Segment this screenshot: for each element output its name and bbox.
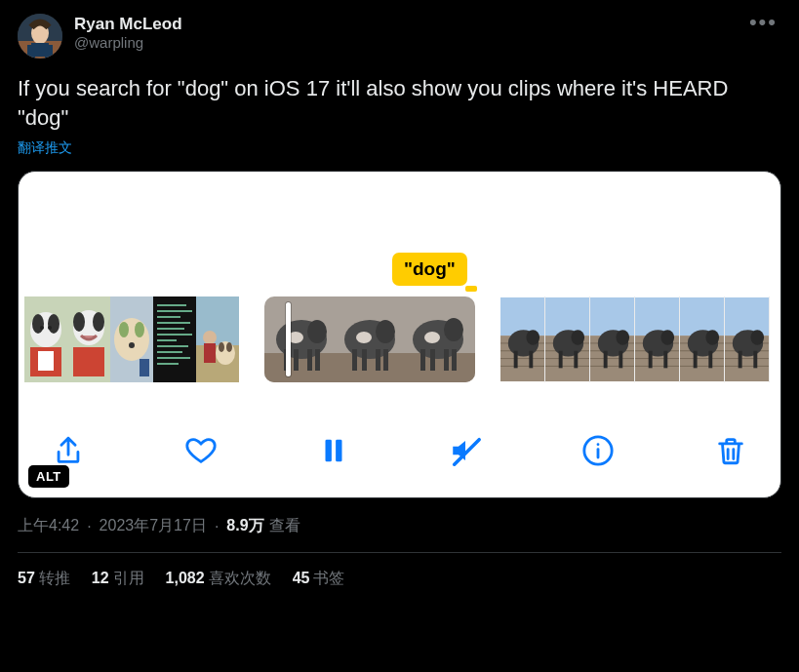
- caption-tooltip: "dog": [392, 253, 467, 286]
- translate-link[interactable]: 翻译推文: [18, 139, 781, 157]
- svg-rect-34: [157, 351, 182, 353]
- playhead-marker: [465, 286, 477, 292]
- clip-group-active[interactable]: [264, 296, 475, 382]
- meta-separator: [84, 518, 94, 535]
- svg-rect-129: [739, 351, 742, 369]
- video-timeline[interactable]: [19, 296, 780, 382]
- svg-rect-24: [140, 359, 149, 376]
- svg-rect-32: [157, 339, 177, 341]
- retweets-label: 转推: [39, 570, 70, 586]
- svg-rect-33: [157, 345, 188, 347]
- bookmarks-stat[interactable]: 45书签: [293, 569, 345, 589]
- svg-point-39: [203, 331, 217, 344]
- info-icon[interactable]: [581, 434, 615, 467]
- svg-rect-51: [315, 349, 320, 371]
- svg-rect-71: [500, 297, 544, 336]
- clip-thumbnail[interactable]: [196, 296, 239, 382]
- more-options-icon[interactable]: •••: [749, 10, 778, 35]
- clip-thumbnail[interactable]: [335, 296, 405, 382]
- tweet-stats: 57转推 12引用 1,082喜欢次数 45书签: [18, 553, 781, 589]
- svg-rect-26: [157, 304, 186, 306]
- svg-rect-100: [619, 351, 622, 369]
- clip-thumbnail[interactable]: [680, 296, 725, 382]
- quotes-stat[interactable]: 12引用: [92, 569, 144, 589]
- clip-group[interactable]: [500, 296, 770, 382]
- svg-rect-68: [444, 349, 449, 371]
- svg-rect-31: [157, 334, 192, 336]
- svg-point-98: [616, 331, 629, 346]
- svg-rect-110: [663, 351, 667, 369]
- clip-thumbnail[interactable]: [545, 296, 590, 382]
- svg-rect-29: [157, 322, 190, 324]
- alt-badge[interactable]: ALT: [28, 465, 69, 488]
- views-label: 查看: [269, 516, 300, 536]
- tweet-text: If you search for "dog" on iOS 17 it'll …: [18, 74, 781, 132]
- clip-thumbnail[interactable]: [405, 296, 475, 382]
- svg-point-10: [40, 326, 44, 330]
- clip-thumbnail[interactable]: [24, 296, 67, 382]
- svg-rect-80: [529, 351, 533, 369]
- bookmarks-label: 书签: [313, 570, 344, 586]
- clip-group[interactable]: [24, 296, 239, 382]
- svg-point-128: [750, 331, 764, 346]
- author-names: Ryan McLeod @warpling: [74, 14, 182, 53]
- trash-icon[interactable]: [714, 434, 747, 467]
- tweet-meta: 上午4:42 2023年7月17日 8.9万 查看: [18, 516, 781, 536]
- svg-rect-121: [725, 297, 769, 336]
- svg-point-56: [376, 320, 395, 343]
- svg-point-8: [32, 314, 44, 334]
- svg-point-42: [219, 342, 224, 352]
- svg-rect-89: [559, 351, 563, 369]
- playhead[interactable]: [286, 302, 291, 376]
- svg-rect-120: [708, 351, 712, 369]
- pause-icon[interactable]: [317, 434, 350, 467]
- share-icon[interactable]: [52, 434, 85, 467]
- clip-thumbnail[interactable]: [635, 296, 680, 382]
- svg-rect-69: [452, 349, 457, 371]
- svg-rect-67: [430, 349, 435, 371]
- views-count[interactable]: 8.9万: [226, 516, 263, 536]
- clip-thumbnail[interactable]: [264, 296, 335, 382]
- mute-icon[interactable]: [449, 434, 482, 467]
- clip-thumbnail[interactable]: [110, 296, 153, 382]
- tweet-container: Ryan McLeod @warpling ••• If you search …: [0, 0, 799, 589]
- clip-thumbnail[interactable]: [590, 296, 635, 382]
- svg-rect-66: [420, 349, 425, 371]
- svg-rect-132: [336, 440, 341, 462]
- handle[interactable]: @warpling: [74, 34, 182, 53]
- media-toolbar: [19, 421, 780, 480]
- tweet-date[interactable]: 2023年7月17日: [100, 516, 207, 536]
- svg-rect-13: [38, 351, 54, 371]
- svg-rect-90: [574, 351, 578, 369]
- svg-rect-79: [514, 351, 518, 369]
- retweets-stat[interactable]: 57转推: [18, 569, 70, 589]
- media-attachment[interactable]: "dog": [18, 171, 781, 498]
- svg-rect-35: [157, 357, 190, 359]
- display-name[interactable]: Ryan McLeod: [74, 14, 182, 34]
- svg-point-22: [135, 322, 144, 337]
- clip-thumbnail[interactable]: [500, 296, 545, 382]
- svg-rect-59: [376, 349, 380, 371]
- svg-point-70: [424, 332, 440, 343]
- svg-rect-37: [196, 296, 239, 345]
- svg-point-16: [73, 312, 85, 332]
- svg-rect-4: [27, 45, 35, 59]
- clip-thumbnail[interactable]: [153, 296, 196, 382]
- svg-point-118: [705, 331, 719, 346]
- bookmarks-count: 45: [293, 570, 310, 586]
- svg-point-47: [307, 320, 327, 343]
- avatar[interactable]: [18, 14, 62, 59]
- svg-rect-27: [157, 310, 192, 312]
- clip-thumbnail[interactable]: [725, 296, 770, 382]
- clip-thumbnail[interactable]: [67, 296, 110, 382]
- retweets-count: 57: [18, 570, 35, 586]
- svg-point-23: [129, 342, 135, 348]
- svg-rect-91: [590, 297, 634, 336]
- svg-rect-49: [294, 349, 299, 371]
- svg-rect-101: [635, 297, 679, 336]
- tweet-time[interactable]: 上午4:42: [18, 516, 79, 536]
- heart-icon[interactable]: [184, 434, 218, 467]
- svg-rect-58: [362, 349, 367, 371]
- svg-rect-60: [383, 349, 388, 371]
- likes-stat[interactable]: 1,082喜欢次数: [166, 569, 271, 589]
